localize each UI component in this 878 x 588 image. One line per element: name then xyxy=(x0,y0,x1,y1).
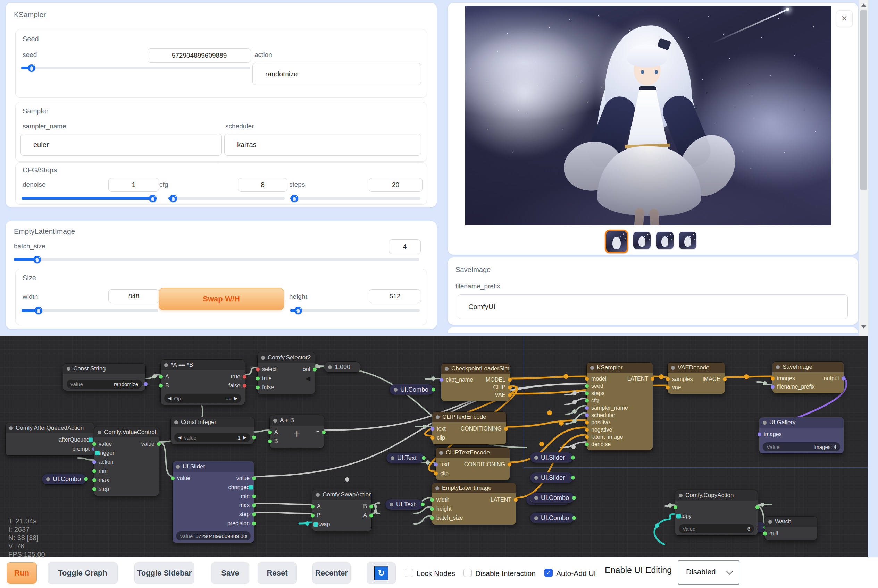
ui-slider-seed-node[interactable]: UI.Slidervaluevaluechangedminmaxstepprec… xyxy=(173,461,254,543)
port-dot[interactable] xyxy=(268,430,272,434)
ui-text-positive-node[interactable]: UI.Text xyxy=(386,453,424,463)
port-dot[interactable] xyxy=(723,377,727,381)
selector2-node[interactable]: Comfy.Selector2selectouttrue◀false xyxy=(258,352,315,394)
port-dot[interactable] xyxy=(571,456,575,460)
recenter-button[interactable]: Recenter xyxy=(313,562,351,584)
ui-text-negative-node[interactable]: UI.Text xyxy=(385,499,423,510)
sampler-name-input[interactable] xyxy=(21,134,222,156)
const-integer-widget[interactable]: ◀value1▶ xyxy=(174,433,250,442)
ksampler-node-node[interactable]: KSamplermodelLATENTseedstepscfgsampler_n… xyxy=(587,363,653,450)
empty-latent-image-node[interactable]: EmptyLatentImagewidthLATENTheightbatch_s… xyxy=(432,483,516,525)
ui-combo-ckpt-node[interactable]: UI.Combo xyxy=(389,384,434,395)
port-dot[interactable] xyxy=(92,478,96,482)
port-dot[interactable] xyxy=(430,507,434,511)
port-dot[interactable] xyxy=(572,516,576,520)
filename-prefix-input[interactable] xyxy=(458,294,848,319)
port-dot[interactable] xyxy=(585,420,589,424)
auto-add-ui-checkbox[interactable]: ✓ xyxy=(544,568,553,577)
steps-slider[interactable] xyxy=(290,195,420,202)
ui-slider-seed-widget[interactable]: Value572904899609889.000 xyxy=(176,531,251,540)
port-dot[interactable] xyxy=(431,388,435,392)
port-dot[interactable] xyxy=(256,386,260,390)
port-dot[interactable] xyxy=(252,436,256,440)
port-dot[interactable] xyxy=(252,495,256,498)
port-dot[interactable] xyxy=(430,498,434,502)
port-slot[interactable] xyxy=(89,438,93,442)
value-control-node[interactable]: Comfy.ValueControlvaluevaluetriggeractio… xyxy=(94,427,159,496)
const-value-1000-node[interactable]: 1.000 xyxy=(324,362,361,372)
port-dot[interactable] xyxy=(252,504,256,507)
port-dot[interactable] xyxy=(842,377,845,381)
ui-gallery-node[interactable]: UI.GalleryimagesValueImages: 4 xyxy=(759,417,843,453)
port-dot[interactable] xyxy=(313,368,317,372)
swap-wh-button[interactable]: Swap W/H xyxy=(159,288,284,310)
port-dot[interactable] xyxy=(771,385,774,389)
port-slot[interactable] xyxy=(95,451,100,456)
port-dot[interactable] xyxy=(92,442,96,446)
thumbnail-1-selected[interactable] xyxy=(605,230,628,253)
port-dot[interactable] xyxy=(256,377,260,381)
port-dot[interactable] xyxy=(504,427,508,431)
seed-slider[interactable] xyxy=(21,64,250,72)
width-slider[interactable] xyxy=(21,307,158,314)
port-slot[interactable] xyxy=(676,514,681,519)
ui-combo-sampler-node[interactable]: UI.Combo xyxy=(530,493,574,503)
port-dot[interactable] xyxy=(508,393,512,397)
copy-action-node[interactable]: Comfy.CopyActioncopyValue6 xyxy=(675,490,758,535)
clip-encode-negative-node[interactable]: CLIPTextEncodetextCONDITIONINGclip xyxy=(436,447,510,480)
port-dot[interactable] xyxy=(585,442,589,446)
port-dot[interactable] xyxy=(243,384,247,388)
port-dot[interactable] xyxy=(171,477,174,480)
port-dot[interactable] xyxy=(322,430,326,434)
const-integer-node[interactable]: Const Integer◀value1▶ xyxy=(171,417,254,444)
port-dot[interactable] xyxy=(311,505,314,508)
save-button[interactable]: Save xyxy=(211,562,249,584)
port-dot[interactable] xyxy=(651,377,654,381)
port-dot[interactable] xyxy=(430,436,434,440)
thumbnail-3[interactable] xyxy=(656,232,674,249)
clip-encode-positive-node[interactable]: CLIPTextEncodetextCONDITIONINGclip xyxy=(432,412,506,444)
steps-input[interactable] xyxy=(369,178,422,192)
port-dot[interactable] xyxy=(421,502,425,507)
lock-nodes-checkbox[interactable] xyxy=(405,568,413,577)
toggle-graph-button[interactable]: Toggle Graph xyxy=(48,562,118,584)
denoise-slider[interactable] xyxy=(21,195,156,202)
height-slider[interactable] xyxy=(290,307,420,314)
port-dot[interactable] xyxy=(84,477,88,481)
port-dot[interactable] xyxy=(666,377,670,381)
port-dot[interactable] xyxy=(758,433,761,436)
port-dot[interactable] xyxy=(144,382,147,386)
port-dot[interactable] xyxy=(585,384,589,388)
port-dot[interactable] xyxy=(585,406,589,410)
port-dot[interactable] xyxy=(763,532,767,536)
port-dot[interactable] xyxy=(256,368,260,372)
port-dot[interactable] xyxy=(430,427,434,431)
port-dot[interactable] xyxy=(439,378,444,382)
disable-interaction-checkbox[interactable] xyxy=(463,568,472,577)
port-dot[interactable] xyxy=(585,377,589,381)
save-image-node-node[interactable]: SaveImageimagesoutputfilename_prefix xyxy=(773,362,843,393)
toggle-sidebar-button[interactable]: Toggle Sidebar xyxy=(134,562,194,584)
port-dot[interactable] xyxy=(571,476,575,480)
port-dot[interactable] xyxy=(159,375,163,379)
port-dot[interactable] xyxy=(252,477,256,480)
scroll-up-icon[interactable] xyxy=(861,3,866,7)
port-dot[interactable] xyxy=(369,505,373,508)
sync-button[interactable]: ↻ xyxy=(367,562,396,584)
port-dot[interactable] xyxy=(755,506,759,509)
port-dot[interactable] xyxy=(243,375,247,379)
port-dot[interactable] xyxy=(157,442,161,446)
port-dot[interactable] xyxy=(585,391,589,395)
port-dot[interactable] xyxy=(514,498,518,502)
port-dot[interactable] xyxy=(674,506,677,509)
scroll-down-icon[interactable] xyxy=(861,326,866,328)
cfg-slider[interactable] xyxy=(168,195,285,202)
right-scrollbar[interactable] xyxy=(858,0,868,336)
height-input[interactable] xyxy=(369,290,421,303)
add-a-b-node[interactable]: A + BA=B+ xyxy=(270,415,324,448)
port-dot[interactable] xyxy=(159,384,163,388)
port-dot[interactable] xyxy=(252,513,256,516)
port-dot[interactable] xyxy=(585,399,589,402)
run-button[interactable]: Run xyxy=(7,562,37,584)
port-dot[interactable] xyxy=(268,440,272,443)
